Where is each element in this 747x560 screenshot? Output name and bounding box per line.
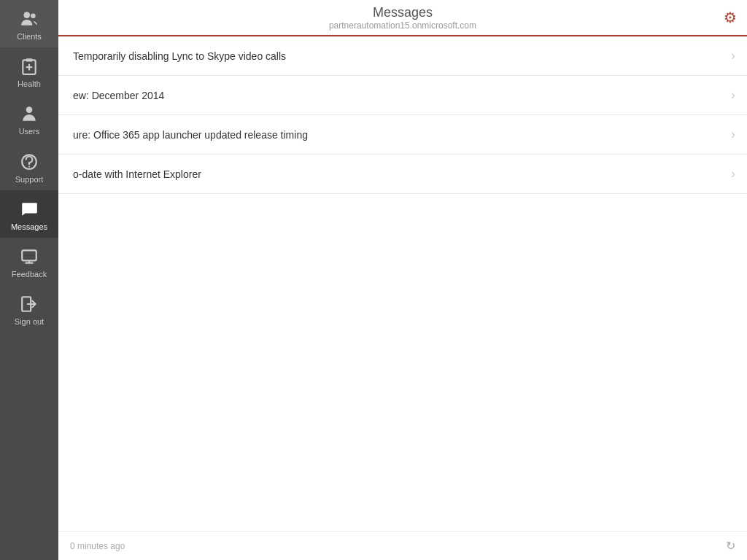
svg-point-1	[31, 13, 35, 18]
last-updated-timestamp: 0 minutes ago	[70, 541, 125, 551]
sidebar-item-feedback[interactable]: Feedback	[0, 238, 58, 285]
main-content: Messages partnerautomation15.onmicrosoft…	[58, 0, 747, 560]
footer: 0 minutes ago ↻	[58, 531, 747, 560]
clients-icon	[19, 9, 39, 29]
refresh-icon[interactable]: ↻	[726, 539, 735, 553]
page-title: Messages	[373, 5, 433, 20]
message-item[interactable]: ure: Office 365 app launcher updated rel…	[58, 115, 747, 155]
sidebar-item-clients[interactable]: Clients	[0, 0, 58, 47]
message-item[interactable]: o-date with Internet Explorer ›	[58, 155, 747, 194]
sidebar-item-support-label: Support	[15, 175, 44, 184]
feedback-icon	[19, 246, 39, 267]
message-text: ew: December 2014	[73, 90, 724, 101]
sidebar-item-health[interactable]: Health	[0, 47, 58, 95]
page-header: Messages partnerautomation15.onmicrosoft…	[58, 0, 747, 36]
message-text: ure: Office 365 app launcher updated rel…	[73, 129, 724, 141]
svg-point-8	[28, 166, 30, 167]
sidebar-item-users-label: Users	[19, 127, 40, 136]
message-text: Temporarily disabling Lync to Skype vide…	[73, 50, 724, 62]
svg-rect-9	[22, 250, 36, 260]
chevron-right-icon: ›	[731, 48, 735, 63]
sidebar-item-clients-label: Clients	[17, 32, 42, 42]
chevron-right-icon: ›	[731, 166, 735, 182]
sidebar-item-health-label: Health	[18, 79, 41, 89]
svg-point-6	[26, 107, 33, 114]
sidebar-item-messages-label: Messages	[11, 222, 47, 232]
health-icon	[19, 56, 39, 77]
svg-point-0	[23, 12, 30, 18]
sidebar-item-signout-label: Sign out	[15, 317, 44, 327]
sidebar-item-feedback-label: Feedback	[12, 270, 47, 279]
signout-icon	[19, 294, 39, 314]
page-subtitle: partnerautomation15.onmicrosoft.com	[329, 20, 476, 31]
users-icon	[19, 104, 39, 124]
message-item[interactable]: Temporarily disabling Lync to Skype vide…	[58, 36, 747, 76]
support-icon	[19, 152, 39, 172]
sidebar-item-messages[interactable]: Messages	[0, 190, 58, 238]
sidebar-item-users[interactable]: Users	[0, 95, 58, 142]
sidebar-item-signout[interactable]: Sign out	[0, 285, 58, 332]
chevron-right-icon: ›	[731, 127, 735, 142]
messages-list: Temporarily disabling Lync to Skype vide…	[58, 36, 747, 531]
message-item[interactable]: ew: December 2014 ›	[58, 76, 747, 115]
sidebar-item-support[interactable]: Support	[0, 143, 58, 190]
settings-icon[interactable]: ⚙	[724, 9, 737, 26]
messages-icon	[19, 199, 39, 219]
message-text: o-date with Internet Explorer	[73, 168, 724, 180]
chevron-right-icon: ›	[731, 88, 735, 103]
sidebar: Clients Health Users	[0, 0, 58, 560]
